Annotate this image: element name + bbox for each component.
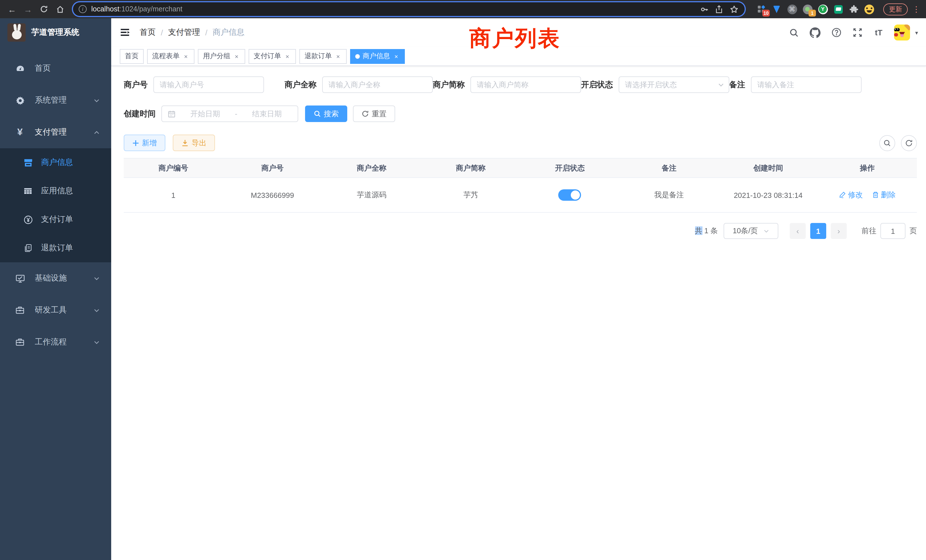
y-extension-icon[interactable]: Y [818, 4, 828, 14]
recorder-extension-badge: 1 [808, 10, 816, 17]
avatar-caret-icon[interactable]: ▾ [915, 29, 918, 36]
document-copy-icon [22, 244, 34, 253]
sidebar-item-devtools[interactable]: 研发工具 [0, 294, 111, 326]
tab-home[interactable]: 首页 [120, 49, 144, 64]
tab-pay-order[interactable]: 支付订单× [249, 49, 296, 64]
tab-process-form[interactable]: 流程表单× [147, 49, 194, 64]
sidebar-item-label: 退款订单 [41, 243, 73, 253]
edit-link[interactable]: 修改 [839, 190, 863, 200]
date-range-picker[interactable]: 开始日期 - 结束日期 [161, 106, 298, 122]
close-icon[interactable]: × [233, 53, 240, 60]
reset-button[interactable]: 重置 [353, 106, 395, 122]
add-button[interactable]: 新增 [124, 135, 165, 151]
browser-home-icon[interactable] [54, 3, 66, 15]
address-bar[interactable]: i localhost:1024/pay/merchant [73, 2, 745, 16]
next-page-button[interactable]: › [831, 223, 847, 239]
storefront-icon [22, 158, 34, 167]
tab-merchant-active[interactable]: 商户信息× [350, 49, 405, 64]
command-extension-icon[interactable]: ⌘ [787, 4, 797, 14]
breadcrumb-current: 商户信息 [213, 27, 245, 38]
sidebar-item-workflow[interactable]: 工作流程 [0, 326, 111, 358]
bookmark-star-icon[interactable] [729, 5, 739, 14]
sidebar-item-label: 支付订单 [41, 215, 73, 225]
cell-created-at: 2021-10-23 08:31:14 [719, 178, 818, 212]
merchant-no-input[interactable] [153, 76, 264, 93]
merchant-table: 商户编号 商户号 商户全称 商户简称 开启状态 备注 创建时间 操作 1 [124, 158, 917, 213]
status-toggle-on[interactable] [558, 189, 581, 201]
goto-page: 前往 页 [862, 223, 917, 239]
close-icon[interactable]: × [393, 53, 400, 60]
goto-label: 前往 [862, 226, 876, 236]
breadcrumb-payment[interactable]: 支付管理 [168, 27, 200, 38]
help-icon[interactable] [831, 27, 842, 38]
sidebar-item-payment[interactable]: ¥ 支付管理 [0, 117, 111, 148]
font-size-icon[interactable]: tT [873, 27, 884, 38]
short-name-input[interactable] [471, 76, 581, 93]
annotation-title: 商户列表 [469, 24, 560, 53]
col-full-name: 商户全称 [322, 158, 421, 178]
header-search-icon[interactable] [788, 27, 800, 38]
refresh-table-button[interactable] [901, 135, 917, 151]
chrome-menu-icon[interactable]: ⋮ [912, 5, 920, 14]
col-created-at: 创建时间 [719, 158, 818, 178]
monitor-chart-icon [13, 274, 27, 283]
export-button[interactable]: 导出 [173, 135, 215, 151]
translate-extension-icon[interactable] [833, 4, 843, 14]
chevron-down-icon [94, 339, 100, 345]
password-key-icon[interactable] [699, 5, 709, 14]
tab-user-group[interactable]: 用户分组× [198, 49, 245, 64]
apps-extension-icon[interactable]: 10 [756, 4, 766, 14]
chrome-update-button[interactable]: 更新 [883, 3, 908, 15]
recorder-extension-icon[interactable]: 1 [802, 4, 813, 14]
sidebar-item-pay-order[interactable]: 支付订单 [0, 205, 111, 234]
close-icon[interactable]: × [284, 53, 291, 60]
browser-back-icon[interactable]: ← [6, 3, 18, 15]
page-1-button[interactable]: 1 [810, 223, 826, 239]
url-text[interactable]: localhost:1024/pay/merchant [91, 5, 694, 13]
extensions-puzzle-icon[interactable] [849, 4, 859, 14]
sidebar-item-refund-order[interactable]: 退款订单 [0, 234, 111, 262]
table-row: 1 M233666999 芋道源码 芋艿 我是备注 2021-10-23 08:… [124, 178, 917, 212]
browser-forward-icon[interactable]: → [22, 3, 34, 15]
goto-page-input[interactable] [881, 223, 905, 239]
sidebar-toggle-icon[interactable] [119, 26, 132, 39]
remark-input[interactable] [751, 76, 862, 93]
status-select[interactable]: 请选择开启状态 [619, 76, 729, 93]
page-size-select[interactable]: 10条/页 [723, 223, 778, 239]
gem-extension-icon[interactable] [772, 4, 782, 14]
sidebar-item-system[interactable]: 系统管理 [0, 85, 111, 117]
sidebar-item-infra[interactable]: 基础设施 [0, 262, 111, 294]
prev-page-button[interactable]: ‹ [790, 223, 806, 239]
site-info-icon[interactable]: i [79, 5, 87, 13]
close-icon[interactable]: × [183, 53, 189, 60]
toggle-search-button[interactable] [879, 135, 895, 151]
breadcrumb-home[interactable]: 首页 [140, 27, 156, 38]
github-icon[interactable] [809, 27, 821, 38]
fullscreen-icon[interactable] [852, 27, 863, 38]
cell-merchant-no: M233666999 [223, 178, 322, 212]
remark-label: 备注 [729, 80, 745, 90]
share-icon[interactable] [714, 5, 724, 14]
chevron-down-icon [94, 97, 100, 103]
browser-reload-icon[interactable] [38, 3, 50, 15]
pagination-total: 共 1 条 [695, 226, 718, 236]
sidebar-item-home[interactable]: 首页 [0, 53, 111, 85]
app-logo[interactable]: 芋道管理系统 [0, 18, 111, 47]
delete-link[interactable]: 删除 [872, 190, 896, 200]
tab-refund-order[interactable]: 退款订单× [300, 49, 346, 64]
search-button[interactable]: 搜索 [305, 106, 347, 122]
user-avatar[interactable] [894, 24, 910, 41]
yuan-circle-icon [22, 215, 34, 224]
navbar-actions: tT ▾ [788, 24, 918, 41]
short-name-label: 商户简称 [433, 80, 465, 90]
date-end-placeholder[interactable]: 结束日期 [242, 109, 292, 119]
date-start-placeholder[interactable]: 开始日期 [180, 109, 230, 119]
sidebar-item-label: 工作流程 [35, 337, 67, 347]
profile-avatar-icon[interactable] [864, 4, 874, 14]
full-name-input[interactable] [322, 76, 433, 93]
sidebar-item-application[interactable]: 应用信息 [0, 177, 111, 205]
merchant-no-label: 商户号 [124, 80, 148, 90]
sidebar-item-merchant[interactable]: 商户信息 [0, 148, 111, 177]
close-icon[interactable]: × [335, 53, 342, 60]
active-dot [355, 54, 360, 59]
